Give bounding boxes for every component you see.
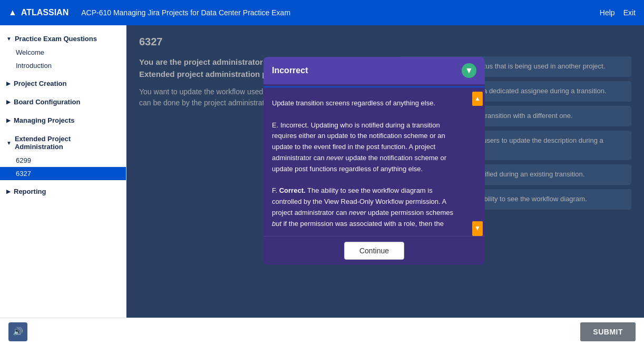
help-link[interactable]: Help (600, 8, 615, 17)
continue-button[interactable]: Continue (344, 242, 404, 260)
modal-header: Incorrect ▼ (264, 57, 485, 84)
sidebar: ▼ Practice Exam Questions Welcome Introd… (0, 25, 126, 318)
brand-logo: ▲ ATLASSIAN (8, 8, 69, 17)
sidebar-section-practice: ▼ Practice Exam Questions Welcome Introd… (0, 29, 126, 74)
question-panel: 6327 You are the project administrator o… (126, 25, 644, 318)
modal-text-1: Update transition screens regardless of … (272, 98, 464, 109)
sidebar-section-practice-header[interactable]: ▼ Practice Exam Questions (0, 32, 126, 46)
sidebar-section-extended-admin-header[interactable]: ▼ Extended Project Administration (0, 132, 126, 154)
sidebar-item-introduction[interactable]: Introduction (0, 59, 126, 72)
sidebar-item-welcome[interactable]: Welcome (0, 46, 126, 59)
sidebar-section-practice-label: Practice Exam Questions (15, 35, 97, 43)
modal-text-3: F. Correct. The ability to see the workf… (272, 185, 464, 229)
sidebar-section-project-creation: ▶ Project Creation (0, 74, 126, 93)
modal-scroll-down-btn[interactable]: ▼ (472, 221, 483, 235)
sidebar-section-extended-admin: ▼ Extended Project Administration 6299 6… (0, 130, 126, 182)
modal-body: ▲ Update transition screens regardless o… (264, 92, 485, 236)
sound-icon: 🔊 (13, 327, 23, 337)
bottom-bar: 🔊 SUBMIT (0, 318, 644, 345)
modal-footer: Continue (264, 236, 485, 265)
sidebar-section-reporting: ▶ Reporting (0, 182, 126, 201)
chevron-down-icon: ▼ (6, 36, 12, 42)
sidebar-section-managing-projects: ▶ Managing Projects (0, 111, 126, 130)
sidebar-section-project-creation-header[interactable]: ▶ Project Creation (0, 76, 126, 91)
sound-button[interactable]: 🔊 (8, 322, 27, 341)
modal-title: Incorrect (272, 66, 308, 75)
top-navigation: ▲ ATLASSIAN ACP-610 Managing Jira Projec… (0, 0, 644, 25)
incorrect-modal: Incorrect ▼ ▲ Update transition screens … (264, 57, 485, 265)
chevron-right-icon4: ▶ (6, 189, 11, 194)
modal-expand-icon[interactable]: ▼ (462, 63, 476, 78)
modal-text-2: E. Incorrect. Updating who is notified d… (272, 120, 464, 175)
sidebar-section-managing-projects-header[interactable]: ▶ Managing Projects (0, 113, 126, 127)
sidebar-section-board-config: ▶ Board Configuration (0, 93, 126, 111)
sidebar-item-6327[interactable]: 6327 (0, 167, 126, 180)
sidebar-section-board-config-header[interactable]: ▶ Board Configuration (0, 95, 126, 109)
nav-links: Help Exit (600, 8, 636, 17)
chevron-down-icon2: ▼ (6, 140, 12, 146)
content-area: 6327 You are the project administrator o… (126, 25, 644, 318)
brand-name: ATLASSIAN (21, 8, 69, 17)
submit-button[interactable]: SUBMIT (580, 322, 636, 341)
page-title: ACP-610 Managing Jira Projects for Data … (81, 8, 600, 17)
modal-overlay: Incorrect ▼ ▲ Update transition screens … (126, 25, 644, 318)
sidebar-section-reporting-label: Reporting (14, 188, 46, 195)
sidebar-item-6299[interactable]: 6299 (0, 154, 126, 167)
sidebar-section-board-config-label: Board Configuration (14, 98, 80, 106)
sidebar-section-reporting-header[interactable]: ▶ Reporting (0, 184, 126, 199)
chevron-right-icon: ▶ (6, 81, 11, 86)
exit-link[interactable]: Exit (623, 8, 636, 17)
sidebar-section-managing-projects-label: Managing Projects (14, 116, 75, 124)
modal-divider (264, 86, 485, 87)
chevron-right-icon3: ▶ (6, 117, 11, 123)
sidebar-section-extended-admin-label: Extended Project Administration (15, 135, 120, 151)
modal-scroll-up-btn[interactable]: ▲ (472, 92, 483, 106)
sidebar-section-project-creation-label: Project Creation (14, 80, 66, 87)
chevron-right-icon2: ▶ (6, 99, 11, 105)
atlassian-logo-icon: ▲ (8, 8, 17, 17)
